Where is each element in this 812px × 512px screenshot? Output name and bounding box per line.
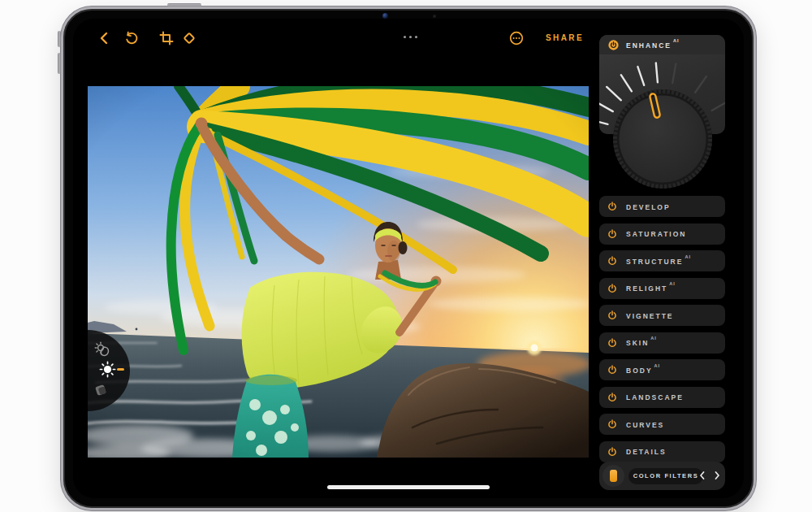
screen: SHARE <box>73 19 744 498</box>
multitask-menu-icon[interactable] <box>404 36 417 38</box>
power-icon[interactable] <box>607 393 617 402</box>
brightness-icon[interactable] <box>99 361 116 378</box>
sidebar-item-curves[interactable]: CURVES <box>599 414 725 435</box>
home-indicator[interactable] <box>327 485 490 489</box>
power-icon[interactable] <box>607 202 617 211</box>
sidebar-item-details[interactable]: DETAILS <box>599 441 725 462</box>
enhance-dial-knob[interactable] <box>612 89 713 189</box>
color-filters-button[interactable]: COLOR FILTERS <box>628 468 703 484</box>
filter-swatch-button[interactable] <box>603 465 624 487</box>
sidebar-item-structure[interactable]: STRUCTUREAI <box>599 250 725 271</box>
back-button[interactable] <box>97 31 112 46</box>
repair-button[interactable] <box>182 31 197 46</box>
brightness-value-tick <box>117 368 124 371</box>
color-filters-bar: COLOR FILTERS <box>599 462 725 490</box>
stage: SHARE <box>0 0 812 512</box>
volume-down-button <box>58 53 61 74</box>
front-camera-icon <box>382 13 388 19</box>
enhance-header: ENHANCEAI <box>599 35 725 54</box>
power-icon[interactable] <box>607 447 617 457</box>
share-button[interactable]: SHARE <box>546 33 584 42</box>
sidebar-item-develop[interactable]: DEVELOP <box>599 196 725 217</box>
next-filter-button[interactable] <box>711 470 723 481</box>
power-icon[interactable] <box>607 310 617 320</box>
photo-canvas[interactable] <box>88 86 589 458</box>
sidebar-item-relight[interactable]: RELIGHTAI <box>599 278 725 299</box>
power-icon[interactable] <box>607 419 617 429</box>
adjust-light-icon[interactable] <box>93 341 111 358</box>
power-icon[interactable] <box>607 229 617 239</box>
enhance-power-toggle[interactable] <box>608 40 619 50</box>
power-icon[interactable] <box>607 284 617 293</box>
volume-up-button <box>58 31 61 47</box>
sidebar-item-body[interactable]: BODYAI <box>599 359 725 380</box>
ipad-device-frame: SHARE <box>61 7 756 510</box>
filter-swatch-icon <box>610 470 617 482</box>
more-options-button[interactable] <box>509 31 524 46</box>
sidebar-item-skin[interactable]: SKINAI <box>599 332 725 354</box>
sidebar-item-landscape[interactable]: LANDSCAPE <box>599 387 725 408</box>
sidebar-item-saturation[interactable]: SATURATION <box>599 223 725 245</box>
power-icon[interactable] <box>607 256 617 266</box>
crop-button[interactable] <box>159 31 174 46</box>
power-icon[interactable] <box>607 338 617 348</box>
sidebar-item-vignette[interactable]: VIGNETTE <box>599 305 725 326</box>
enhance-label: ENHANCEAI <box>626 41 680 50</box>
power-icon[interactable] <box>607 365 617 375</box>
camera-sensor-icon <box>433 15 436 18</box>
previous-filter-button[interactable] <box>697 470 708 481</box>
top-power-button <box>167 3 201 7</box>
eraser-icon[interactable] <box>93 382 109 398</box>
undo-button[interactable] <box>124 31 139 46</box>
